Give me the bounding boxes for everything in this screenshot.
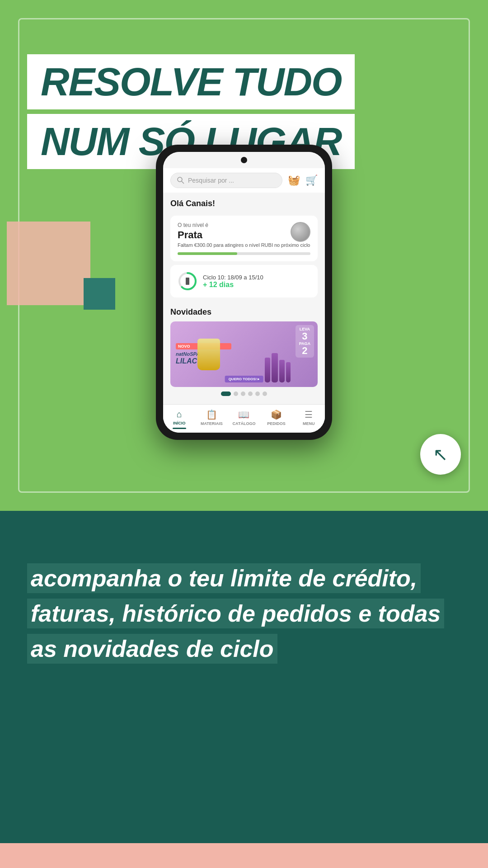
- nav-materiais-label: MATERIAIS: [201, 421, 223, 426]
- cycle-icon-wrap: [178, 271, 197, 291]
- bottom-nav: ⌂ INÍCIO 📋 MATERIAIS 📖 CATÁLOGO: [163, 404, 325, 433]
- phone-outer: Pesquisar por ... 🧺 🛒 Olá Canais! O teu …: [156, 145, 332, 440]
- level-badge: [291, 222, 310, 242]
- dot-1[interactable]: [221, 392, 231, 396]
- dot-4[interactable]: [248, 392, 253, 396]
- nav-inicio-icon: ⌂: [177, 409, 182, 420]
- nav-active-bar: [173, 428, 186, 429]
- search-bar-row: Pesquisar por ... 🧺 🛒: [163, 168, 325, 193]
- bottle-1: [265, 358, 270, 382]
- nav-menu-icon: ☰: [305, 409, 313, 420]
- search-input[interactable]: Pesquisar por ...: [170, 173, 282, 188]
- promo-num2: 2: [299, 346, 310, 356]
- dots-row: [170, 392, 318, 396]
- nav-inicio-label: INÍCIO: [173, 421, 186, 425]
- banner-products-visual: [265, 353, 291, 382]
- promo-num3: 3: [299, 331, 310, 341]
- bottle-4: [286, 362, 291, 382]
- banner-bottle: [197, 339, 220, 370]
- headline-text-1: RESOLVE TUDO: [41, 59, 341, 104]
- top-section: RESOLVE TUDO NUM SÓ LUGAR: [0, 0, 488, 511]
- cursor-button[interactable]: ↖: [420, 434, 461, 475]
- level-progress-text: Faltam €300.00 para atingires o nível RU…: [178, 242, 310, 249]
- cart-icon[interactable]: 🛒: [305, 175, 318, 186]
- pink-square-deco: [7, 222, 90, 305]
- search-icon: [177, 177, 184, 184]
- cycle-ring-icon: [178, 271, 197, 291]
- banner-content: NOVO natNoSPA LILAC LEVA 3 PAGA: [170, 321, 318, 387]
- nav-inicio[interactable]: ⌂ INÍCIO: [163, 409, 196, 429]
- banner-promo: LEVA 3 PAGA 2: [296, 325, 314, 358]
- phone-mockup: Pesquisar por ... 🧺 🛒 Olá Canais! O teu …: [156, 145, 332, 440]
- banner-cta-btn[interactable]: QUERO TODOS! ▸: [225, 376, 263, 382]
- progress-bar-bg: [178, 252, 310, 255]
- cycle-text-wrap: Ciclo 10: 18/09 a 15/10 + 12 dias: [203, 274, 310, 289]
- nav-menu[interactable]: ☰ MENU: [292, 409, 325, 429]
- novidades-title: Novidades: [170, 307, 318, 317]
- dot-2[interactable]: [234, 392, 238, 396]
- svg-line-1: [182, 181, 184, 184]
- nav-pedidos[interactable]: 📦 PEDIDOS: [260, 409, 293, 429]
- cycle-label: Ciclo 10: 18/09 a 15/10: [203, 274, 310, 281]
- basket-icon[interactable]: 🧺: [288, 175, 300, 186]
- bottom-pink-strip: [0, 843, 488, 868]
- dot-6[interactable]: [263, 392, 267, 396]
- level-card: O teu nível é Prata Faltam €300.00 para …: [170, 216, 318, 261]
- nav-pedidos-label: PEDIDOS: [267, 421, 286, 426]
- camera-dot: [241, 157, 247, 163]
- novidades-section: Novidades NOVO natNoSPA LILAC: [163, 301, 325, 404]
- dot-3[interactable]: [241, 392, 245, 396]
- progress-bar-fill: [178, 252, 237, 255]
- cycle-days: + 12 dias: [203, 281, 310, 289]
- app-content: Pesquisar por ... 🧺 🛒 Olá Canais! O teu …: [163, 168, 325, 433]
- bottom-text: acompanha o teu limite de crédito, fatur…: [27, 563, 444, 664]
- svg-point-0: [178, 177, 182, 182]
- level-label: O teu nível é: [178, 222, 310, 228]
- nav-menu-label: MENU: [303, 421, 315, 426]
- headline-line1: RESOLVE TUDO: [27, 54, 355, 109]
- dot-5[interactable]: [255, 392, 260, 396]
- hello-text: Olá Canais!: [170, 199, 215, 208]
- nav-catalogo[interactable]: 📖 CATÁLOGO: [228, 409, 260, 429]
- nav-pedidos-icon: 📦: [271, 409, 282, 420]
- search-placeholder: Pesquisar por ...: [188, 177, 234, 184]
- bottle-3: [279, 360, 285, 382]
- bottom-section: acompanha o teu limite de crédito, fatur…: [0, 511, 488, 868]
- cursor-icon: ↖: [433, 444, 448, 465]
- cycle-card: Ciclo 10: 18/09 a 15/10 + 12 dias: [170, 265, 318, 297]
- svg-rect-4: [186, 278, 189, 285]
- nav-catalogo-icon: 📖: [238, 409, 249, 420]
- nav-catalogo-label: CATÁLOGO: [233, 421, 256, 426]
- nav-materiais-icon: 📋: [206, 409, 217, 420]
- phone-inner: Pesquisar por ... 🧺 🛒 Olá Canais! O teu …: [163, 152, 325, 433]
- bottom-text-area: acompanha o teu limite de crédito, fatur…: [27, 561, 461, 666]
- phone-notch: [163, 152, 325, 168]
- teal-square-deco: [84, 278, 115, 310]
- nav-materiais[interactable]: 📋 MATERIAIS: [196, 409, 228, 429]
- hello-section: Olá Canais!: [163, 193, 325, 212]
- novidades-banner[interactable]: NOVO natNoSPA LILAC LEVA 3 PAGA: [170, 321, 318, 387]
- bottle-2: [272, 353, 278, 382]
